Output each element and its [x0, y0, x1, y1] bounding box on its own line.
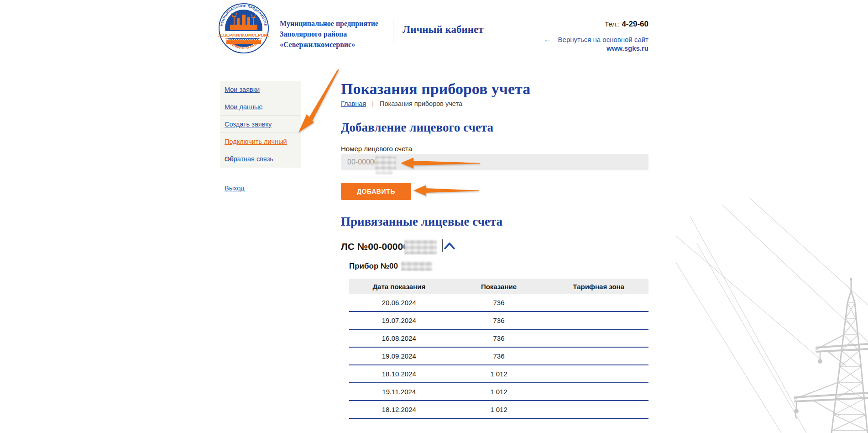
- cabinet-title: Личный кабинет: [403, 24, 484, 36]
- sidebar-item-label: Мои заявки: [225, 86, 260, 93]
- header-divider: [393, 18, 393, 42]
- table-cell: [549, 383, 648, 401]
- readings-table: Дата показанияПоказаниеТарифная зона 20.…: [349, 279, 648, 419]
- sidebar-item-0[interactable]: Мои заявки: [220, 81, 301, 98]
- table-row: 16.08.2024736: [349, 329, 648, 347]
- linked-accounts-section-title: Привязанные лицевые счета: [341, 215, 502, 229]
- back-to-main-site-link[interactable]: ← Вернуться на основной сайт www.sgks.ru: [502, 35, 648, 52]
- sidebar-item-4[interactable]: Обратная связь: [220, 150, 301, 168]
- table-cell: 1 012: [449, 401, 549, 418]
- redacted-device-number: [401, 261, 432, 271]
- table-cell: 19.09.2024: [349, 347, 449, 365]
- table-cell: 20.06.2024: [349, 294, 449, 312]
- table-cell: 736: [449, 347, 549, 365]
- table-cell: [549, 329, 648, 347]
- breadcrumb-current: Показания приборов учета: [380, 100, 462, 107]
- add-button[interactable]: ДОБАВИТЬ: [341, 183, 411, 200]
- table-cell: 1 012: [449, 383, 549, 401]
- table-cell: [549, 401, 648, 418]
- table-row: 20.06.2024736: [349, 294, 648, 312]
- sidebar-item-label: Создать заявку: [225, 121, 272, 128]
- table-cell: 19.11.2024: [349, 383, 449, 401]
- collapse-chevron-up-icon[interactable]: [444, 241, 455, 251]
- annotation-arrow-to-button: [413, 185, 480, 196]
- table-row: 18.10.20241 012: [349, 365, 648, 383]
- table-cell: [549, 294, 648, 312]
- logout-link[interactable]: Выход: [225, 185, 244, 192]
- redacted-account-number-fragment: [376, 168, 393, 174]
- sidebar-item-1[interactable]: Мои данные: [220, 98, 301, 116]
- annotation-arrow-to-sidebar: [296, 67, 343, 136]
- table-cell: 18.10.2024: [349, 365, 449, 383]
- sidebar-item-2[interactable]: Создать заявку: [220, 116, 301, 133]
- text-caret: [442, 239, 443, 252]
- account-number-label: Номер лицевого счета: [341, 145, 412, 153]
- linked-account-number: ЛС №00-00000: [341, 241, 408, 252]
- table-cell: [549, 347, 648, 365]
- table-row: 19.11.20241 012: [349, 383, 648, 401]
- page-title: Показания приборов учета: [341, 80, 530, 98]
- company-logo[interactable]: МУНИЦИПАЛЬНОЕ ПРЕДПРИЯТИЕ ЗАПОЛЯРНОГО РА…: [218, 3, 269, 54]
- table-row: 19.09.2024736: [349, 347, 648, 365]
- personal-cabinet-page: МУНИЦИПАЛЬНОЕ ПРЕДПРИЯТИЕ ЗАПОЛЯРНОГО РА…: [0, 0, 868, 433]
- table-cell: 736: [449, 294, 549, 312]
- company-name: Муниципальное предприятие Заполярного ра…: [280, 18, 378, 50]
- table-header-cell: Тарифная зона: [549, 279, 648, 294]
- annotation-arrow-to-input: [400, 157, 481, 169]
- redacted-linked-account: [404, 240, 437, 254]
- power-tower-background-image: [676, 191, 868, 433]
- sidebar-item-3[interactable]: Подключить личный счет: [220, 133, 301, 150]
- table-cell: 18.12.2024: [349, 401, 449, 418]
- table-header-cell: Дата показания: [349, 279, 449, 294]
- logo-band-text: СЕВЕРЖИЛКОМСЕРВИС: [218, 33, 269, 37]
- table-cell: 16.08.2024: [349, 329, 449, 347]
- table-row: 19.07.2024736: [349, 312, 648, 329]
- add-account-section-title: Добавление лицевого счета: [341, 121, 493, 135]
- table-cell: 736: [449, 312, 549, 329]
- sidebar-item-label: Мои данные: [225, 103, 262, 111]
- table-header-cell: Показание: [449, 279, 549, 294]
- table-cell: [549, 312, 648, 329]
- sidebar-item-label: Обратная связь: [225, 155, 273, 163]
- breadcrumb-separator: |: [372, 100, 374, 107]
- table-cell: 736: [449, 329, 549, 347]
- table-cell: [549, 365, 648, 383]
- sidebar-menu: Мои заявкиМои данныеСоздать заявкуПодклю…: [220, 81, 301, 168]
- phone-number: Тел.: 4-29-60: [502, 20, 648, 29]
- table-row: 18.12.20241 012: [349, 401, 648, 418]
- table-cell: 1 012: [449, 365, 549, 383]
- device-number: Прибор №00: [349, 262, 398, 271]
- breadcrumb-home-link[interactable]: Главная: [341, 100, 366, 107]
- breadcrumb: Главная | Показания приборов учета: [341, 100, 462, 107]
- table-cell: 19.07.2024: [349, 312, 449, 329]
- left-arrow-icon: ←: [544, 35, 551, 44]
